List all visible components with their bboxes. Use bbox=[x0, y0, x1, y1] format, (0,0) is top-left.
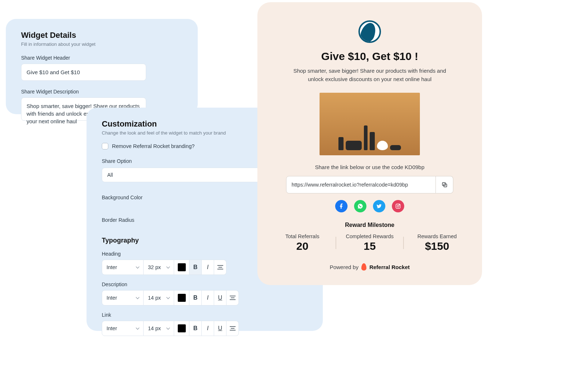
milestone-title: Reward Milestone bbox=[269, 222, 470, 228]
description-typo-row: Inter 14 px B I U bbox=[102, 290, 308, 305]
svg-point-3 bbox=[397, 205, 399, 207]
whatsapp-icon bbox=[357, 203, 363, 209]
align-center-icon bbox=[230, 326, 236, 331]
brand-logo bbox=[358, 20, 381, 43]
stat-label: Total Referrals bbox=[269, 233, 336, 239]
stat-value: 15 bbox=[336, 240, 403, 252]
desc-font-select[interactable]: Inter bbox=[102, 290, 144, 305]
size-value: 14 px bbox=[148, 295, 161, 301]
instagram-icon bbox=[395, 203, 401, 209]
chevron-down-icon bbox=[136, 326, 140, 330]
link-align-button[interactable] bbox=[226, 321, 239, 336]
desc-color-picker[interactable] bbox=[174, 290, 189, 305]
chevron-down-icon bbox=[166, 296, 170, 299]
link-size-select[interactable]: 14 px bbox=[144, 321, 174, 336]
link-color-picker[interactable] bbox=[174, 321, 189, 336]
border-radius-label: Border Radius bbox=[102, 217, 135, 223]
chevron-down-icon bbox=[166, 265, 170, 269]
heading-color-picker[interactable] bbox=[174, 260, 189, 275]
link-typo-label: Link bbox=[102, 312, 308, 318]
share-header-input[interactable]: Give $10 and Get $10 bbox=[21, 64, 146, 81]
font-value: Inter bbox=[107, 295, 117, 301]
chevron-down-icon bbox=[136, 296, 140, 299]
share-instruction: Share the link below or use the code KD0… bbox=[269, 164, 470, 170]
align-center-icon bbox=[230, 296, 236, 300]
preview-widget: Give $10, Get $10 ! Shop smarter, save b… bbox=[257, 2, 482, 285]
widget-details-panel: Widget Details Fill in information about… bbox=[6, 19, 198, 114]
referral-link-input[interactable]: https://www.referralrocket.io?referralco… bbox=[286, 176, 436, 193]
desc-underline-button[interactable]: U bbox=[214, 290, 226, 305]
remove-branding-label: Remove Referral Rocket branding? bbox=[112, 143, 194, 149]
font-value: Inter bbox=[107, 264, 117, 270]
stats-row: Total Referrals 20 Completed Rewards 15 … bbox=[269, 233, 470, 252]
product-image bbox=[320, 93, 420, 155]
desc-size-select[interactable]: 14 px bbox=[144, 290, 174, 305]
chevron-down-icon bbox=[136, 265, 140, 269]
whatsapp-share-button[interactable] bbox=[354, 200, 366, 212]
chevron-down-icon bbox=[166, 326, 170, 330]
font-value: Inter bbox=[107, 325, 117, 331]
color-swatch-icon bbox=[178, 294, 186, 302]
instagram-share-button[interactable] bbox=[392, 200, 404, 212]
stat-earned: Rewards Earned $150 bbox=[404, 233, 470, 252]
stat-value: 20 bbox=[269, 240, 336, 252]
powered-label: Powered by bbox=[330, 264, 358, 270]
remove-branding-checkbox[interactable] bbox=[102, 143, 108, 149]
heading-italic-button[interactable]: I bbox=[202, 260, 214, 275]
desc-bold-button[interactable]: B bbox=[189, 290, 202, 305]
widget-description: Shop smarter, save bigger! Share our pro… bbox=[286, 67, 453, 83]
stat-label: Rewards Earned bbox=[404, 233, 470, 239]
stat-label: Completed Rewards bbox=[336, 233, 403, 239]
heading-size-select[interactable]: 32 px bbox=[144, 260, 174, 275]
svg-point-4 bbox=[399, 205, 400, 205]
bg-color-label: Background Color bbox=[102, 195, 143, 200]
stat-total: Total Referrals 20 bbox=[269, 233, 336, 252]
link-font-select[interactable]: Inter bbox=[102, 321, 144, 336]
link-bold-button[interactable]: B bbox=[189, 321, 202, 336]
link-typo-row: Inter 14 px B I U bbox=[102, 321, 308, 336]
heading-align-button[interactable] bbox=[214, 260, 226, 275]
color-swatch-icon bbox=[178, 324, 186, 332]
color-swatch-icon bbox=[178, 263, 186, 271]
header-field-label: Share Widget Header bbox=[21, 55, 182, 61]
desc-field-label: Share Widget Description bbox=[21, 89, 182, 95]
rocket-icon bbox=[361, 263, 366, 271]
facebook-share-button[interactable] bbox=[335, 200, 348, 212]
panel-title: Widget Details bbox=[21, 31, 182, 40]
share-option-value: All bbox=[107, 172, 113, 178]
heading-bold-button[interactable]: B bbox=[189, 260, 202, 275]
copy-button[interactable] bbox=[436, 176, 453, 193]
link-underline-button[interactable]: U bbox=[214, 321, 226, 336]
facebook-icon bbox=[338, 203, 344, 209]
powered-brand: Referral Rocket bbox=[369, 264, 410, 270]
twitter-icon bbox=[376, 203, 382, 209]
twitter-share-button[interactable] bbox=[373, 200, 385, 212]
widget-title: Give $10, Get $10 ! bbox=[269, 50, 470, 63]
powered-by: Powered by Referral Rocket bbox=[269, 263, 470, 271]
link-italic-button[interactable]: I bbox=[202, 321, 214, 336]
stat-value: $150 bbox=[404, 240, 470, 252]
desc-align-button[interactable] bbox=[226, 290, 239, 305]
heading-font-select[interactable]: Inter bbox=[102, 260, 144, 275]
panel-subtitle: Fill in information about your widget bbox=[21, 41, 182, 47]
size-value: 32 px bbox=[148, 264, 161, 270]
desc-italic-button[interactable]: I bbox=[202, 290, 214, 305]
align-center-icon bbox=[217, 265, 223, 269]
stat-completed: Completed Rewards 15 bbox=[336, 233, 403, 252]
size-value: 14 px bbox=[148, 325, 161, 331]
copy-icon bbox=[441, 181, 448, 188]
